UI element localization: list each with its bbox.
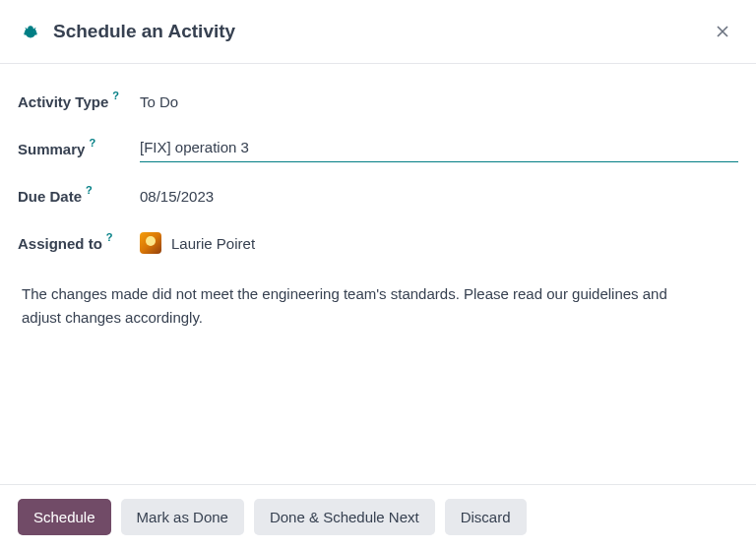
mark-done-button[interactable]: Mark as Done — [121, 499, 244, 535]
dialog-title: Schedule an Activity — [53, 21, 709, 42]
dialog-header: Schedule an Activity — [0, 0, 756, 64]
close-icon — [713, 22, 732, 41]
form-area: Activity Type ? To Do Summary ? Due Date… — [0, 64, 756, 484]
label-activity-type-text: Activity Type — [18, 93, 108, 110]
help-due-date[interactable]: ? — [86, 184, 93, 196]
close-button[interactable] — [709, 18, 736, 45]
label-due-date: Due Date ? — [18, 188, 140, 205]
assigned-to-field[interactable]: Laurie Poiret — [140, 229, 738, 257]
row-due-date: Due Date ? 08/15/2023 — [18, 182, 738, 210]
help-activity-type[interactable]: ? — [112, 90, 119, 101]
bug-icon — [22, 23, 39, 40]
schedule-button[interactable]: Schedule — [18, 499, 111, 535]
help-assigned-to[interactable]: ? — [106, 231, 113, 243]
label-summary-text: Summary — [18, 141, 85, 157]
due-date-field[interactable]: 08/15/2023 — [140, 182, 738, 210]
label-assigned-to: Assigned to ? — [18, 235, 140, 252]
label-summary: Summary ? — [18, 141, 140, 157]
label-activity-type: Activity Type ? — [18, 93, 140, 110]
done-next-button[interactable]: Done & Schedule Next — [254, 499, 435, 535]
row-activity-type: Activity Type ? To Do — [18, 88, 738, 115]
dialog-footer: Schedule Mark as Done Done & Schedule Ne… — [0, 484, 756, 549]
avatar — [140, 232, 161, 254]
assigned-to-name: Laurie Poiret — [171, 235, 255, 252]
label-due-date-text: Due Date — [18, 188, 82, 205]
activity-type-select[interactable]: To Do — [140, 88, 738, 115]
help-summary[interactable]: ? — [89, 137, 95, 149]
description-text[interactable]: The changes made did not meet the engine… — [18, 276, 707, 336]
label-assigned-to-text: Assigned to — [18, 235, 102, 252]
row-assigned-to: Assigned to ? Laurie Poiret — [18, 229, 738, 257]
row-summary: Summary ? — [18, 135, 738, 162]
summary-input[interactable] — [140, 135, 738, 162]
discard-button[interactable]: Discard — [445, 499, 527, 535]
